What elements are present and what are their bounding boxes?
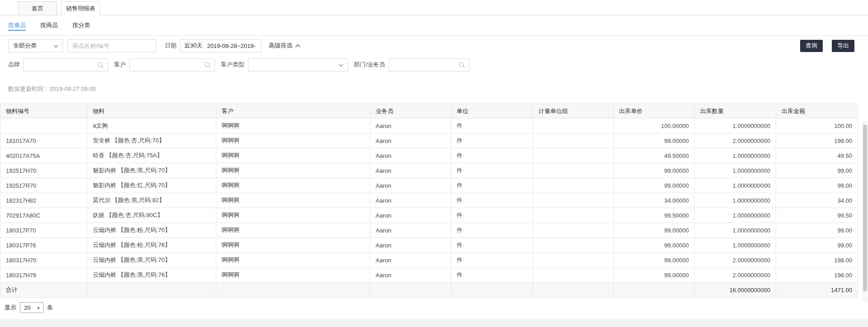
tab-home[interactable]: 首页: [18, 1, 57, 15]
col-header-material-code: 物料编号: [0, 104, 87, 118]
advanced-filter-label: 高级筛选: [269, 42, 292, 50]
sales-detail-table: 物料编号 物料 客户 业务员 单位 计量单位组 出库单价 出库数量 出库金额 a…: [0, 104, 858, 298]
filter-row-secondary: 品牌 客户 客户类型 部门/业务员: [0, 58, 868, 71]
customer-label: 客户: [114, 61, 126, 69]
search-icon[interactable]: [97, 62, 105, 69]
table-header: 物料编号 物料 客户 业务员 单位 计量单位组 出库单价 出库数量 出库金额: [0, 104, 858, 118]
page-size-value: 20: [24, 304, 30, 311]
department-label: 部门/业务员: [354, 61, 385, 69]
cell-unit: 件: [451, 208, 533, 223]
action-buttons: 查询 导出: [791, 40, 854, 52]
cell-material-code: 192517R70: [0, 178, 87, 193]
cell-unit-group: [533, 163, 614, 178]
search-icon[interactable]: [204, 62, 211, 69]
cell-outbound-price: 49.50000: [614, 148, 695, 163]
cell-material: 云烟内裤 【颜色:粉,尺码:70】: [87, 223, 216, 238]
search-icon[interactable]: [458, 62, 466, 69]
cell-unit: 件: [451, 193, 533, 208]
cell-salesman: Aaron: [370, 253, 451, 268]
cell-outbound-price: 99.00000: [614, 133, 695, 148]
page-size-bar: 显示 20 ▼ 条: [5, 302, 868, 313]
department-field[interactable]: [389, 58, 469, 71]
total-label: 合计: [0, 283, 87, 298]
export-button[interactable]: 导出: [832, 40, 854, 52]
customer-type-label: 客户类型: [221, 61, 244, 69]
table-row: 192517R70 魅影内裤 【颜色:红,尺码:70】 啊啊啊 Aaron 件 …: [0, 178, 858, 193]
sales-detail-report-page: 首页 销售明细表 按单品 按商品 按分类 全部分类 日期 近30天 2019-0…: [0, 0, 868, 327]
col-header-unit: 单位: [451, 104, 533, 118]
cell-outbound-price: 99.00000: [614, 178, 695, 193]
cell-material-code: 180317H76: [0, 268, 87, 283]
cell-outbound-qty: 1.0000000000: [695, 148, 776, 163]
product-search-field[interactable]: [67, 39, 156, 52]
vertical-scrollbar[interactable]: [862, 121, 868, 302]
cell-salesman: Aaron: [370, 208, 451, 223]
cell-material: 安全裤 【颜色:杏,尺码:70】: [87, 133, 216, 148]
cell-material: 云烟内裤 【颜色:黑,尺码:76】: [87, 268, 216, 283]
table-row: 702917A80C 妖姬 【颜色:杏,尺码:80C】 啊啊啊 Aaron 件 …: [0, 208, 858, 223]
window-tabbar: 首页 销售明细表: [0, 0, 868, 15]
select-arrow-icon: ▼: [37, 306, 40, 310]
data-update-time: 数据更新时间：2019-09-27 09:00: [8, 85, 868, 93]
customer-type-select[interactable]: [248, 58, 348, 71]
customer-input[interactable]: [130, 59, 215, 71]
category-select[interactable]: 全部分类: [8, 39, 63, 52]
brand-field[interactable]: [24, 58, 108, 71]
cell-material-code: 180317H70: [0, 253, 87, 268]
vertical-scrollbar-thumb[interactable]: [863, 125, 867, 291]
tab-sales-detail[interactable]: 销售明细表: [61, 1, 100, 15]
cell-material-code: 180317P70: [0, 223, 87, 238]
subtab-by-product[interactable]: 按商品: [40, 15, 58, 35]
cell-salesman: Aaron: [370, 148, 451, 163]
table-row: 181017A70 安全裤 【颜色:杏,尺码:70】 啊啊啊 Aaron 件 9…: [0, 133, 858, 148]
table-row: 182317H82 莫代尔 【颜色:黑,尺码:82】 啊啊啊 Aaron 件 3…: [0, 193, 858, 208]
cell-unit-group: [533, 253, 614, 268]
horizontal-scrollbar[interactable]: [0, 319, 868, 327]
date-range-value: 2019-08-28~2019-: [207, 43, 255, 49]
cell-salesman: Aaron: [370, 238, 451, 253]
cell-outbound-amount: 100.00: [776, 118, 858, 133]
department-input[interactable]: [389, 59, 469, 71]
unit-label: 条: [47, 303, 53, 312]
cell-outbound-qty: 1.0000000000: [695, 118, 776, 133]
cell-material: 魅影内裤 【颜色:红,尺码:70】: [87, 178, 216, 193]
total-qty: 16.0000000000: [695, 283, 776, 298]
chevron-down-icon: [339, 64, 343, 67]
brand-input[interactable]: [24, 59, 108, 71]
customer-field[interactable]: [129, 58, 215, 71]
cell-customer: 啊啊啊: [216, 253, 370, 268]
cell-unit-group: [533, 178, 614, 193]
query-button[interactable]: 查询: [800, 40, 823, 52]
table-row: a文胸 啊啊啊 Aaron 件 100.00000 1.0000000000 1…: [0, 118, 858, 133]
tab-home-label: 首页: [32, 5, 43, 13]
product-search-input[interactable]: [68, 40, 156, 52]
cell-outbound-qty: 2.0000000000: [695, 253, 776, 268]
table-row: 180317P76 云烟内裤 【颜色:粉,尺码:76】 啊啊啊 Aaron 件 …: [0, 238, 858, 253]
subtab-by-category[interactable]: 按分类: [72, 15, 90, 35]
cell-outbound-qty: 1.0000000000: [695, 178, 776, 193]
col-header-outbound-amount: 出库金额: [776, 104, 858, 118]
page-size-select[interactable]: 20 ▼: [20, 302, 43, 313]
date-range-picker[interactable]: 近30天 2019-08-28~2019-: [180, 39, 262, 52]
cell-outbound-price: 99.00000: [614, 268, 695, 283]
cell-outbound-qty: 1.0000000000: [695, 208, 776, 223]
cell-customer: 啊啊啊: [216, 133, 370, 148]
cell-customer: 啊啊啊: [216, 238, 370, 253]
cell-customer: 啊啊啊: [216, 208, 370, 223]
cell-outbound-price: 99.00000: [614, 223, 695, 238]
cell-customer: 啊啊啊: [216, 163, 370, 178]
subtab-by-item[interactable]: 按单品: [8, 15, 26, 35]
cell-salesman: Aaron: [370, 193, 451, 208]
cell-outbound-amount: 99.00: [776, 178, 858, 193]
advanced-filter-toggle[interactable]: 高级筛选: [269, 42, 300, 50]
cell-unit-group: [533, 118, 614, 133]
cell-unit: 件: [451, 133, 533, 148]
category-select-value: 全部分类: [13, 42, 37, 50]
cell-unit: 件: [451, 178, 533, 193]
cell-outbound-price: 99.00000: [614, 163, 695, 178]
cell-unit-group: [533, 133, 614, 148]
col-header-salesman: 业务员: [370, 104, 451, 118]
cell-outbound-amount: 198.00: [776, 253, 858, 268]
cell-outbound-amount: 99.00: [776, 163, 858, 178]
cell-material-code: [0, 118, 87, 133]
